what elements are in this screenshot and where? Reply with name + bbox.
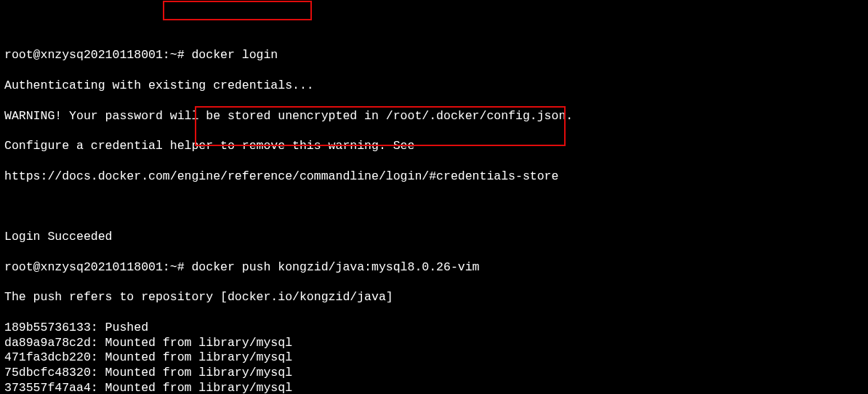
layer-line: 373557f47aa4: Mounted from library/mysql bbox=[4, 381, 864, 394]
output-line: Authenticating with existing credentials… bbox=[4, 79, 864, 94]
output-line: The push refers to repository [docker.io… bbox=[4, 290, 864, 305]
prompt: root@xnzysq20210118001:~# bbox=[4, 260, 191, 274]
command-docker-push: docker push kongzid/java:mysql8.0.26-vim bbox=[191, 260, 479, 274]
prompt: root@xnzysq20210118001:~# bbox=[4, 48, 191, 62]
layer-lines: 189b55736133: Pushedda89a9a78c2d: Mounte… bbox=[4, 321, 864, 394]
output-line: Login Succeeded bbox=[4, 230, 864, 245]
prompt-line-2: root@xnzysq20210118001:~# docker push ko… bbox=[4, 260, 864, 276]
layer-line: 189b55736133: Pushed bbox=[4, 321, 864, 336]
highlight-docker-push bbox=[195, 106, 566, 146]
blank-line bbox=[4, 199, 864, 214]
command-docker-login: docker login bbox=[191, 48, 278, 62]
layer-line: 471fa3dcb220: Mounted from library/mysql bbox=[4, 350, 864, 366]
terminal[interactable]: root@xnzysq20210118001:~# docker login A… bbox=[0, 0, 868, 394]
prompt-line-1: root@xnzysq20210118001:~# docker login bbox=[4, 48, 864, 63]
highlight-docker-login bbox=[163, 1, 312, 20]
output-line: https://docs.docker.com/engine/reference… bbox=[4, 169, 864, 185]
layer-line: da89a9a78c2d: Mounted from library/mysql bbox=[4, 336, 864, 351]
layer-line: 75dbcfc48320: Mounted from library/mysql bbox=[4, 366, 864, 381]
